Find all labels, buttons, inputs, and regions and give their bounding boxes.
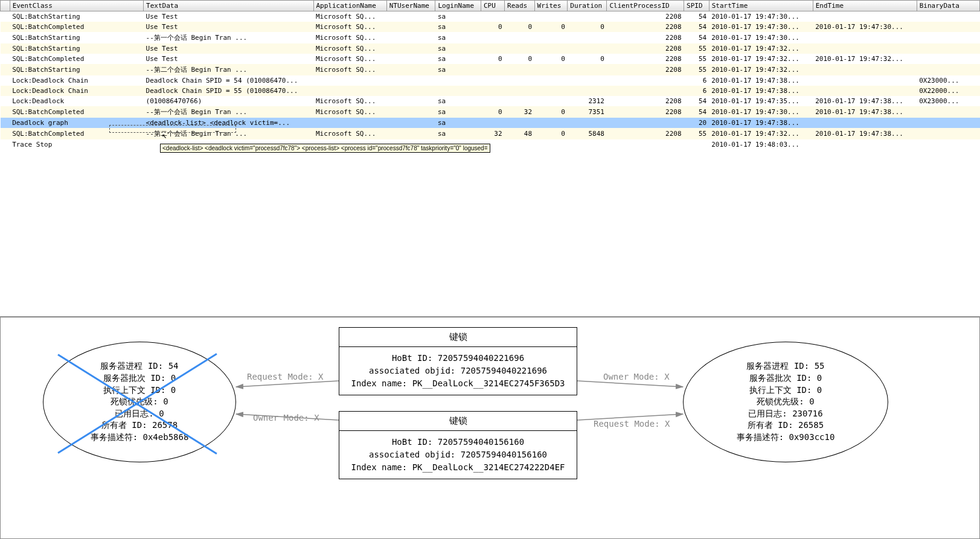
cell-spid: 55 [684, 64, 709, 75]
cell-cpid: 2208 [607, 11, 684, 22]
col-cpu[interactable]: CPU [481, 1, 504, 11]
cell-spid: 55 [684, 128, 709, 139]
cell-cpid: 2208 [607, 22, 684, 32]
row-gutter [1, 43, 10, 54]
table-row[interactable]: SQL:BatchStartingUse TestMicrosoft SQ...… [1, 43, 980, 54]
col-spid[interactable]: SPID [684, 1, 709, 11]
col-starttime[interactable]: StartTime [709, 1, 813, 11]
cell-login: sa [435, 118, 481, 128]
cell-start: 2010-01-17 19:47:38... [709, 118, 813, 128]
cell-spid: 54 [684, 32, 709, 43]
deadlock-diagram: 服务器进程 ID: 54 服务器批次 ID: 0 执行上下文 ID: 0 死锁优… [1, 317, 979, 538]
cell-start: 2010-01-17 19:47:30... [709, 22, 813, 32]
cell-reads: 0 [505, 54, 535, 64]
cell-nt [386, 118, 435, 128]
cell-reads [505, 32, 535, 43]
cell-dur [568, 75, 607, 86]
cell-dur [568, 139, 607, 150]
trace-table[interactable]: EventClassTextDataApplicationNameNTUserN… [0, 0, 980, 150]
col-writes[interactable]: Writes [534, 1, 568, 11]
rowheader-corner [1, 1, 10, 11]
cell-td: Use Test [144, 22, 313, 32]
table-row[interactable]: Lock:Deadlock ChainDeadlock Chain SPID =… [1, 86, 980, 96]
table-row[interactable]: SQL:BatchStartingUse TestMicrosoft SQ...… [1, 11, 980, 22]
table-row[interactable]: Lock:Deadlock(010086470766)Microsoft SQ.… [1, 96, 980, 106]
cell-bin [917, 22, 979, 32]
cell-reads: 32 [505, 106, 535, 118]
cell-td: Use Test [144, 43, 313, 54]
cell-login: sa [435, 96, 481, 106]
lock-node-1[interactable]: 键锁 HoBt ID: 72057594040221696 associated… [339, 327, 577, 395]
trace-grid-pane[interactable]: EventClassTextDataApplicationNameNTUserN… [0, 0, 980, 317]
cell-writes: 0 [534, 128, 568, 139]
cell-app: Microsoft SQ... [313, 11, 386, 22]
cell-cpu [481, 32, 504, 43]
cell-dur [568, 11, 607, 22]
col-duration[interactable]: Duration [568, 1, 607, 11]
cell-app: Microsoft SQ... [313, 128, 386, 139]
p2-l6: 事务描述符: 0x903cc10 [737, 432, 835, 444]
cell-cpu [481, 43, 504, 54]
cell-cpu: 0 [481, 22, 504, 32]
cell-bin [917, 43, 979, 54]
cell-end: 2010-01-17 19:47:38... [813, 128, 917, 139]
cell-writes [534, 64, 568, 75]
table-row[interactable]: SQL:BatchStarting --第一个会话 Begin Tran ...… [1, 32, 980, 43]
col-loginname[interactable]: LoginName [435, 1, 481, 11]
cursor-icon: ↖ [162, 130, 167, 140]
row-gutter [1, 32, 10, 43]
table-row[interactable]: SQL:BatchStarting--第二个会话 Begin Tran ...M… [1, 64, 980, 75]
cell-dur: 0 [568, 54, 607, 64]
cell-nt [386, 22, 435, 32]
cell-spid: 54 [684, 11, 709, 22]
cell-ec: SQL:BatchStarting [10, 11, 143, 22]
table-row[interactable]: SQL:BatchCompletedUse TestMicrosoft SQ..… [1, 54, 980, 64]
cell-bin [917, 54, 979, 64]
cell-ec: Lock:Deadlock Chain [10, 86, 143, 96]
deadlock-graph-pane[interactable]: 服务器进程 ID: 54 服务器批次 ID: 0 执行上下文 ID: 0 死锁优… [0, 317, 980, 539]
cell-login: sa [435, 11, 481, 22]
cell-login: sa [435, 64, 481, 75]
cell-nt [386, 64, 435, 75]
process-node-55[interactable]: 服务器进程 ID: 55 服务器批次 ID: 0 执行上下文 ID: 0 死锁优… [683, 342, 888, 462]
label-req-left: Request Mode: X [247, 372, 323, 381]
table-row[interactable]: SQL:BatchCompletedUse TestMicrosoft SQ..… [1, 22, 980, 32]
cell-spid: 6 [684, 86, 709, 96]
table-row[interactable]: Deadlock graph<deadlock-list> <deadlock … [1, 118, 980, 128]
cell-app [313, 86, 386, 96]
p1-l0: 服务器进程 ID: 54 [100, 360, 178, 372]
cell-end [813, 43, 917, 54]
col-reads[interactable]: Reads [505, 1, 535, 11]
col-clientprocessid[interactable]: ClientProcessID [607, 1, 684, 11]
col-ntusername[interactable]: NTUserName [386, 1, 435, 11]
table-row[interactable]: Lock:Deadlock ChainDeadlock Chain SPID =… [1, 75, 980, 86]
cell-cpid [607, 139, 684, 150]
table-row[interactable]: SQL:BatchCompleted--第二个会话 Begin Tran ...… [1, 128, 980, 139]
cell-cpid [607, 118, 684, 128]
row-gutter [1, 86, 10, 96]
lock2-title: 键锁 [339, 412, 577, 431]
row-gutter [1, 106, 10, 118]
col-binarydata[interactable]: BinaryData [917, 1, 979, 11]
cell-start: 2010-01-17 19:47:32... [709, 43, 813, 54]
col-endtime[interactable]: EndTime [813, 1, 917, 11]
label-own-right: Owner Mode: X [603, 372, 670, 381]
cell-login: sa [435, 22, 481, 32]
col-applicationname[interactable]: ApplicationName [313, 1, 386, 11]
cell-end: 2010-01-17 19:47:30... [813, 22, 917, 32]
cell-td: --第一个会话 Begin Tran ... [144, 32, 313, 43]
cell-start: 2010-01-17 19:47:30... [709, 32, 813, 43]
cell-writes [534, 96, 568, 106]
cell-td: --第二个会话 Begin Tran ... [144, 128, 313, 139]
lock-node-2[interactable]: 键锁 HoBt ID: 72057594040156160 associated… [339, 411, 577, 479]
row-gutter [1, 64, 10, 75]
table-row[interactable]: SQL:BatchCompleted --第一个会话 Begin Tran ..… [1, 106, 980, 118]
cell-bin: 0X22000... [917, 86, 979, 96]
cell-spid: 54 [684, 106, 709, 118]
p2-l0: 服务器进程 ID: 55 [746, 360, 824, 372]
col-eventclass[interactable]: EventClass [10, 1, 143, 11]
cell-nt [386, 106, 435, 118]
cell-td: (010086470766) [144, 96, 313, 106]
col-textdata[interactable]: TextData [144, 1, 313, 11]
cell-cpu [481, 96, 504, 106]
